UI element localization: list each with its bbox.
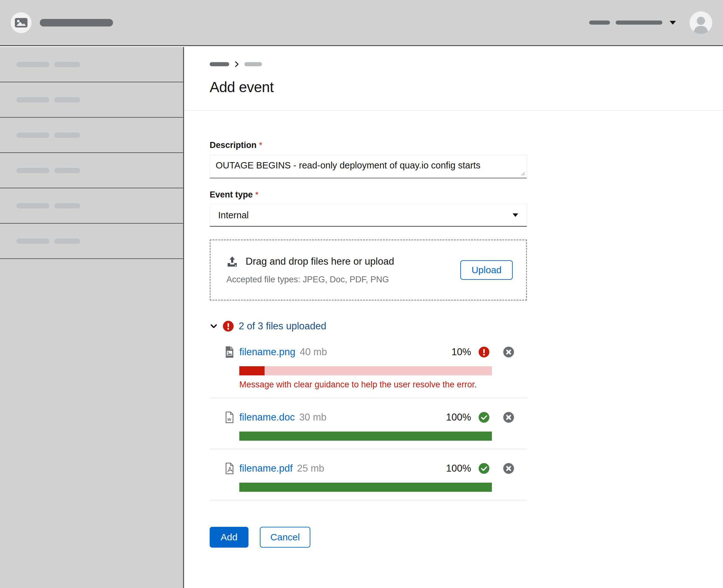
divider <box>209 398 527 398</box>
svg-text:w: w <box>227 416 231 422</box>
file-progress-bar <box>239 432 492 441</box>
file-size: 30 mb <box>299 412 326 423</box>
sidebar-item-skeleton[interactable] <box>0 188 183 224</box>
file-size: 40 mb <box>300 346 327 358</box>
header-right <box>589 12 712 34</box>
upload-icon <box>226 256 238 267</box>
chevron-down-icon <box>209 322 218 330</box>
file-progress-fill <box>239 366 265 375</box>
remove-file-button[interactable] <box>503 463 514 474</box>
skeleton-pill <box>16 62 49 67</box>
upload-button[interactable]: Upload <box>460 260 513 280</box>
remove-file-button[interactable] <box>503 347 514 357</box>
form-actions: Add Cancel <box>209 527 723 548</box>
breadcrumb-skeleton-2[interactable] <box>244 62 262 66</box>
header-skeleton-medium <box>616 21 662 25</box>
remove-file-button[interactable] <box>503 412 514 423</box>
dropzone-prompt: Drag and drop files here or upload <box>246 256 394 267</box>
image-file-icon <box>225 346 234 358</box>
files-summary-label: 2 of 3 files uploaded <box>239 320 326 332</box>
add-event-form: Description * OUTAGE BEGINS - read-only … <box>185 111 723 567</box>
divider <box>209 500 527 500</box>
file-error-message: Message with clear guidance to help the … <box>239 380 527 390</box>
description-label: Description <box>209 140 257 150</box>
dropzone-hint: Accepted file types: JPEG, Doc, PDF, PNG <box>226 275 460 285</box>
close-icon <box>503 463 514 474</box>
skeleton-pill <box>16 168 49 173</box>
breadcrumb-skeleton-1[interactable] <box>209 62 229 66</box>
file-progress-percent: 100% <box>442 412 471 423</box>
cancel-button[interactable]: Cancel <box>260 527 310 548</box>
skeleton-pill <box>16 203 49 209</box>
error-status-icon <box>479 347 489 357</box>
file-size: 25 mb <box>297 463 324 474</box>
chevron-right-icon <box>235 61 239 67</box>
header-skeleton-small <box>589 21 610 25</box>
file-name-link[interactable]: filename.png <box>239 346 296 358</box>
skeleton-pill <box>16 97 49 103</box>
skeleton-pill <box>16 238 49 244</box>
file-progress-percent: 10% <box>442 346 471 358</box>
image-icon <box>15 18 27 27</box>
uploaded-files-section: 2 of 3 files uploaded filename.png 40 mb… <box>209 319 527 500</box>
file-name-link[interactable]: filename.pdf <box>239 463 293 474</box>
file-progress-bar <box>239 483 492 492</box>
skeleton-pill <box>54 132 80 138</box>
caret-down-icon <box>513 213 518 217</box>
add-button[interactable]: Add <box>209 527 248 548</box>
file-row: filename.png 40 mb 10% <box>225 346 527 358</box>
word-file-icon: w <box>225 411 234 423</box>
event-type-select[interactable]: Internal <box>209 204 527 227</box>
skeleton-pill <box>54 203 80 209</box>
pdf-file-icon <box>225 462 234 475</box>
sidebar-item-skeleton[interactable] <box>0 153 183 188</box>
success-status-icon <box>479 463 489 474</box>
brand-skeleton <box>40 19 113 26</box>
skeleton-pill <box>54 238 80 244</box>
sidebar-item-skeleton[interactable] <box>0 118 183 153</box>
dropzone-text-area: Drag and drop files here or upload Accep… <box>226 256 460 285</box>
app-logo[interactable] <box>11 12 32 33</box>
event-type-value: Internal <box>218 210 249 220</box>
file-progress-percent: 100% <box>442 463 471 474</box>
close-icon <box>503 412 514 423</box>
file-name-link[interactable]: filename.doc <box>239 412 295 423</box>
files-summary-toggle[interactable]: 2 of 3 files uploaded <box>209 319 527 333</box>
success-status-icon <box>479 412 489 423</box>
page-title: Add event <box>209 79 723 110</box>
main-content: Add event Description * OUTAGE BEGINS - … <box>185 47 723 588</box>
avatar[interactable] <box>689 12 712 34</box>
breadcrumb <box>209 62 723 67</box>
file-row: filename.pdf 25 mb 100% <box>225 462 527 475</box>
required-asterisk: * <box>259 140 262 150</box>
error-status-icon <box>223 321 234 332</box>
skeleton-pill <box>16 132 49 138</box>
sidebar-item-skeleton[interactable] <box>0 224 183 259</box>
divider <box>209 449 527 449</box>
app-header <box>0 0 723 46</box>
sidebar-nav <box>0 47 184 588</box>
description-input[interactable]: OUTAGE BEGINS - read-only deployment of … <box>209 154 527 178</box>
file-row: w filename.doc 30 mb 100% <box>225 411 527 423</box>
file-progress-fill <box>239 432 492 441</box>
file-progress-fill <box>239 483 492 492</box>
user-menu-caret-icon[interactable] <box>669 21 676 25</box>
file-dropzone[interactable]: Drag and drop files here or upload Accep… <box>209 239 527 301</box>
sidebar-item-skeleton[interactable] <box>0 82 183 118</box>
skeleton-pill <box>54 168 80 173</box>
close-icon <box>503 347 514 357</box>
skeleton-pill <box>54 62 80 67</box>
event-type-label: Event type <box>209 190 253 200</box>
skeleton-pill <box>54 97 80 103</box>
required-asterisk: * <box>256 190 259 200</box>
sidebar-item-skeleton[interactable] <box>0 47 183 82</box>
page-header: Add event <box>185 47 723 111</box>
file-progress-bar <box>239 366 492 375</box>
